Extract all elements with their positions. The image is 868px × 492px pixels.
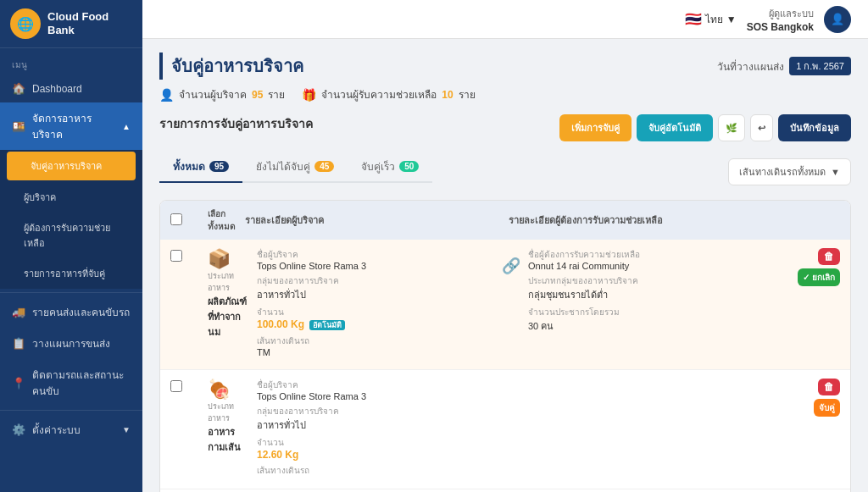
- route-dropdown[interactable]: เส้นทางเดินรถทั้งหมด ▼: [728, 158, 851, 185]
- stat-value: 95: [252, 89, 263, 101]
- action-buttons: เพิ่มการจับคู่ จับคู่อัตโนมัติ 🌿 ↩ บันทึ…: [559, 114, 851, 141]
- link-icon-cell: 🔗: [501, 248, 521, 275]
- submenu-label: ผู้ต้องการรับความช่วยเหลือ: [24, 220, 131, 251]
- route-label: เส้นทางเดินรถทั้งหมด: [739, 164, 826, 180]
- stat-value: 10: [442, 89, 453, 101]
- recipient-info-cell: ชื่อผู้ต้องการรับความช่วยเหลือ Onnut 14 …: [528, 248, 765, 337]
- stat-label: จำนวนผู้บริจาค: [179, 86, 247, 102]
- sidebar-item-recipient[interactable]: ผู้ต้องการรับความช่วยเหลือ: [0, 213, 142, 258]
- table-row: 🍖 ประเภทอาหาร อาหารกามเส้น ชื่อผู้บริจาค…: [160, 370, 850, 489]
- sidebar-item-settings[interactable]: ⚙️ ตั้งค่าระบบ ▼: [0, 414, 142, 445]
- user-avatar[interactable]: 👤: [824, 6, 851, 33]
- chevron-up-icon: ▲: [122, 122, 131, 131]
- food-icon: 🍱: [12, 120, 25, 133]
- tab-label: ยังไม่ได้จับคู่: [256, 158, 310, 174]
- row-actions: 🗑 ✓ ยกเลิก: [772, 248, 840, 286]
- match-button[interactable]: จับคู่: [814, 399, 840, 417]
- sidebar-item-dashboard[interactable]: 🏠 Dashboard: [0, 75, 142, 102]
- app-name: Cloud Food Bank: [47, 10, 132, 36]
- undo-button[interactable]: ↩: [750, 114, 773, 141]
- sidebar-item-food-list[interactable]: รายการอาหารที่จับคู่: [0, 258, 142, 289]
- page-date: วันที่วางแผนส่ง 1 ก.พ. 2567: [717, 57, 851, 75]
- main-content: 🇹🇭 ไทย ▼ ผู้ดูแลระบบ SOS Bangkok 👤 จับคู…: [142, 0, 868, 492]
- row-checkbox[interactable]: [170, 379, 201, 395]
- sidebar-item-label: Dashboard: [32, 83, 82, 95]
- sidebar-item-track[interactable]: 📍 ติดตามรถและสถานะคนขับ: [0, 359, 142, 406]
- divider-2: [0, 410, 142, 411]
- section-title: รายการการจับคู่อาหารบริจาค: [159, 114, 313, 133]
- donor-info-cell: ชื่อผู้บริจาค Tops Online Store Rama 3 ก…: [257, 379, 494, 480]
- stats-bar: 👤 จำนวนผู้บริจาค 95 ราย 🎁 จำนวนผู้รับควา…: [159, 86, 851, 102]
- food-icon-cell: 🍖 ประเภทอาหาร อาหารกามเส้น: [208, 379, 250, 455]
- divider: [0, 292, 142, 293]
- logo-icon: 🌐: [10, 8, 41, 39]
- tab-label: ทั้งหมด: [173, 158, 205, 174]
- sidebar-item-match-food[interactable]: จับคู่อาหารบริจาค: [7, 152, 136, 180]
- table-row: 📦 ประเภทอาหาร ผลิตภัณฑ์ที่ทำจากนม ชื่อผู…: [160, 240, 850, 370]
- select-all-label: เลือกทั้งหมด: [208, 207, 238, 233]
- dashboard-icon: 🏠: [12, 82, 25, 95]
- date-badge: 1 ก.พ. 2567: [789, 57, 851, 75]
- page-title: จับคู่อาหารบริจาค: [159, 53, 303, 80]
- sidebar-item-label: จัดการอาหารบริจาค: [32, 110, 115, 142]
- tab-count: 95: [209, 161, 229, 172]
- stat-donors: 👤 จำนวนผู้บริจาค 95 ราย: [159, 86, 285, 102]
- donor-info-cell: ชื่อผู้บริจาค Tops Online Store Rama 3 ก…: [257, 248, 494, 361]
- sidebar-item-label: วางแผนการขนส่ง: [32, 335, 110, 351]
- truck-icon: 🚚: [12, 306, 25, 318]
- submenu-label: ผู้บริจาค: [24, 190, 56, 205]
- submenu-label: จับคู่อาหารบริจาค: [31, 158, 102, 174]
- user-name: SOS Bangkok: [747, 21, 814, 33]
- stat-unit: ราย: [459, 86, 476, 102]
- delete-button[interactable]: 🗑: [818, 248, 840, 265]
- select-all-checkbox[interactable]: [170, 213, 201, 227]
- row-checkbox[interactable]: [170, 248, 201, 264]
- sidebar-item-delivery[interactable]: 🚚 รายคนส่งและคนขับรถ: [0, 296, 142, 328]
- action-bar: รายการการจับคู่อาหารบริจาค เพิ่มการจับคู…: [159, 114, 851, 141]
- stat-recipients: 🎁 จำนวนผู้รับความช่วยเหลือ 10 ราย: [302, 86, 475, 102]
- sidebar-item-donor[interactable]: ผู้บริจาค: [0, 182, 142, 213]
- auto-match-button[interactable]: จับคู่อัตโนมัติ: [637, 114, 713, 141]
- location-icon: 📍: [12, 377, 25, 390]
- stat-label: จำนวนผู้รับความช่วยเหลือ: [321, 86, 437, 102]
- language-selector[interactable]: 🇹🇭 ไทย ▼: [685, 11, 737, 27]
- sidebar: 🌐 Cloud Food Bank เมนู 🏠 Dashboard 🍱 จัด…: [0, 0, 142, 492]
- lang-label: ไทย: [705, 11, 723, 27]
- matched-button[interactable]: ✓ ยกเลิก: [798, 268, 840, 286]
- sidebar-item-label: ตั้งค่าระบบ: [32, 422, 81, 438]
- delete-button[interactable]: 🗑: [818, 379, 840, 395]
- donor-col-header: รายละเอียดผู้บริจาค: [245, 213, 502, 228]
- menu-label: เมนู: [0, 48, 142, 75]
- tab-all[interactable]: ทั้งหมด 95: [159, 152, 242, 183]
- tab-count: 50: [399, 161, 419, 172]
- chevron-down-icon: ▼: [831, 167, 840, 177]
- tabs: ทั้งหมด 95 ยังไม่ได้จับคู่ 45 จับคู่เร็ว…: [159, 152, 432, 183]
- table-header: เลือกทั้งหมด รายละเอียดผู้บริจาค รายละเอ…: [160, 201, 850, 240]
- row-actions: 🗑 จับคู่: [772, 379, 840, 417]
- add-match-button[interactable]: เพิ่มการจับคู่: [559, 114, 632, 141]
- recipient-col-header: รายละเอียดผู้ต้องการรับความช่วยเหลือ: [509, 213, 765, 228]
- sidebar-item-label: ติดตามรถและสถานะคนขับ: [32, 367, 131, 399]
- route-selector: เส้นทางเดินรถทั้งหมด ▼: [728, 158, 851, 185]
- gear-icon: ⚙️: [12, 423, 25, 436]
- save-button[interactable]: บันทึกข้อมูล: [778, 114, 851, 141]
- refresh-button[interactable]: 🌿: [718, 114, 745, 141]
- tab-quick[interactable]: จับคู่เร็ว 50: [348, 152, 432, 183]
- tab-label: จับคู่เร็ว: [361, 158, 395, 174]
- recipient-stat-icon: 🎁: [302, 88, 316, 102]
- sidebar-item-food-management[interactable]: 🍱 จัดการอาหารบริจาค ▲: [0, 102, 142, 150]
- data-table: เลือกทั้งหมด รายละเอียดผู้บริจาค รายละเอ…: [159, 200, 851, 492]
- tab-pending[interactable]: ยังไม่ได้จับคู่ 45: [242, 152, 348, 183]
- user-info: ผู้ดูแลระบบ SOS Bangkok: [747, 6, 814, 33]
- food-submenu: จับคู่อาหารบริจาค ผู้บริจาค ผู้ต้องการรั…: [0, 150, 142, 289]
- submenu-label: รายการอาหารที่จับคู่: [24, 266, 105, 281]
- date-label: วันที่วางแผนส่ง: [717, 58, 784, 75]
- flag-icon: 🇹🇭: [685, 11, 702, 27]
- food-icon-cell: 📦 ประเภทอาหาร ผลิตภัณฑ์ที่ทำจากนม: [208, 248, 250, 340]
- sidebar-item-plan[interactable]: 📋 วางแผนการขนส่ง: [0, 328, 142, 359]
- content-area: จับคู่อาหารบริจาค วันที่วางแผนส่ง 1 ก.พ.…: [142, 39, 868, 492]
- stat-unit: ราย: [268, 86, 285, 102]
- topbar: 🇹🇭 ไทย ▼ ผู้ดูแลระบบ SOS Bangkok 👤: [142, 0, 868, 39]
- sidebar-item-label: รายคนส่งและคนขับรถ: [32, 304, 130, 320]
- donor-stat-icon: 👤: [159, 88, 174, 102]
